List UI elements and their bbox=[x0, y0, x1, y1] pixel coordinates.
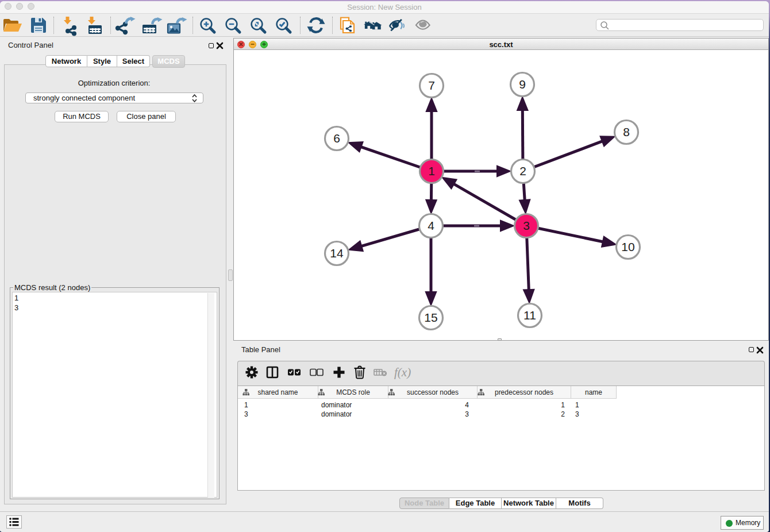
svg-text:7: 7 bbox=[428, 79, 435, 92]
svg-text:2: 2 bbox=[519, 164, 526, 178]
svg-text:15: 15 bbox=[424, 311, 437, 324]
svg-text:f(x): f(x) bbox=[394, 365, 411, 379]
svg-text:8: 8 bbox=[623, 125, 630, 138]
svg-text:10: 10 bbox=[621, 240, 634, 253]
svg-text:6: 6 bbox=[333, 132, 340, 145]
svg-text:11: 11 bbox=[523, 309, 536, 322]
svg-text:14: 14 bbox=[330, 246, 344, 260]
svg-text:1: 1 bbox=[428, 164, 435, 178]
svg-text:9: 9 bbox=[519, 78, 526, 91]
svg-text:4: 4 bbox=[428, 219, 434, 232]
svg-text:3: 3 bbox=[523, 219, 530, 232]
